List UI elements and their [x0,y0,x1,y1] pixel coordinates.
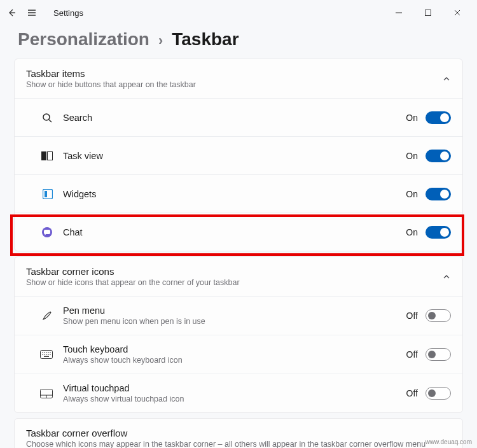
row-touch-keyboard: Touch keyboard Always show touch keyboar… [15,335,462,374]
panel-taskbar-items: Taskbar items Show or hide buttons that … [14,59,463,251]
svg-point-17 [48,354,49,355]
row-virtual-touchpad: Virtual touchpad Always show virtual tou… [15,374,462,412]
panel-corner-overflow: Taskbar corner overflow Choose which ico… [14,418,463,448]
toggle-touch-keyboard[interactable] [425,348,451,361]
toggle-state: On [406,189,418,199]
toggle-state: Off [406,388,418,398]
svg-rect-7 [44,230,50,234]
pen-icon [41,310,53,321]
row-label: Widgets [63,189,406,199]
section-subtitle: Choose which icons may appear in the tas… [26,440,451,448]
toggle-state: Off [406,311,418,321]
svg-rect-5 [45,191,47,197]
svg-rect-0 [425,10,431,16]
svg-point-12 [48,352,49,353]
row-label: Touch keyboard [63,344,406,354]
row-widgets: Widgets On [15,174,462,213]
row-sublabel: Always show touch keyboard icon [63,356,406,365]
row-sublabel: Show pen menu icon when pen is in use [63,317,406,326]
row-chat: Chat On [15,213,462,251]
hamburger-icon [27,8,37,18]
toggle-state: On [406,151,418,161]
section-title: Taskbar corner icons [26,266,442,277]
row-label: Virtual touchpad [63,383,406,393]
titlebar: Settings [0,0,477,25]
touchpad-icon [40,389,53,398]
toggle-task-view[interactable] [425,150,451,162]
chat-icon [41,227,53,238]
toggle-widgets[interactable] [425,188,451,200]
toggle-state: Off [406,349,418,360]
maximize-button[interactable] [413,3,443,23]
svg-rect-19 [44,356,49,358]
svg-point-11 [46,352,47,353]
row-pen-menu: Pen menu Show pen menu icon when pen is … [15,296,462,335]
row-search: Search On [15,98,462,136]
toggle-pen-menu[interactable] [425,309,451,322]
row-label: Pen menu [63,305,406,316]
close-icon [453,9,461,17]
svg-point-15 [44,354,45,355]
back-button[interactable] [5,6,18,19]
panel-corner-icons: Taskbar corner icons Show or hide icons … [14,256,463,413]
task-view-icon [41,151,53,160]
svg-point-9 [42,352,43,353]
minimize-icon [395,9,403,17]
svg-rect-3 [48,151,53,160]
toggle-chat[interactable] [425,226,451,239]
chevron-up-icon [442,272,451,281]
row-task-view: Task view On [15,136,462,174]
widgets-icon [43,189,53,199]
row-label: Task view [63,151,406,161]
row-label: Chat [63,227,406,237]
close-button[interactable] [443,3,472,23]
arrow-left-icon [6,8,17,18]
row-sublabel: Always show virtual touchpad icon [63,395,406,403]
toggle-state: On [406,113,418,123]
section-title: Taskbar items [26,68,442,79]
section-subtitle: Show or hide icons that appear on the co… [26,278,442,287]
svg-point-14 [42,354,43,355]
svg-point-18 [50,354,51,355]
section-subtitle: Show or hide buttons that appear on the … [26,80,442,89]
svg-rect-2 [42,151,46,160]
app-title: Settings [53,8,83,18]
maximize-icon [424,9,432,17]
row-label: Search [63,113,406,123]
watermark: www.deuaq.com [425,438,472,445]
search-icon [41,112,53,123]
nav-menu-button[interactable] [25,6,38,19]
chevron-up-icon [442,74,451,83]
breadcrumb-current: Taskbar [172,29,238,50]
svg-point-16 [46,354,47,355]
chevron-right-icon: › [158,32,163,49]
section-header-taskbar-items[interactable]: Taskbar items Show or hide buttons that … [15,59,462,98]
toggle-virtual-touchpad[interactable] [425,387,451,400]
breadcrumb-parent[interactable]: Personalization [18,29,149,50]
svg-point-13 [50,352,51,353]
section-title: Taskbar corner overflow [26,428,451,438]
keyboard-icon [40,350,53,359]
minimize-button[interactable] [384,3,413,23]
section-header-corner-overflow[interactable]: Taskbar corner overflow Choose which ico… [15,419,462,448]
toggle-search[interactable] [425,111,451,124]
svg-point-10 [44,352,45,353]
section-header-corner-icons[interactable]: Taskbar corner icons Show or hide icons … [15,257,462,296]
toggle-state: On [406,227,418,237]
breadcrumb: Personalization › Taskbar [0,25,477,59]
svg-rect-4 [43,189,53,199]
svg-point-1 [43,114,50,120]
